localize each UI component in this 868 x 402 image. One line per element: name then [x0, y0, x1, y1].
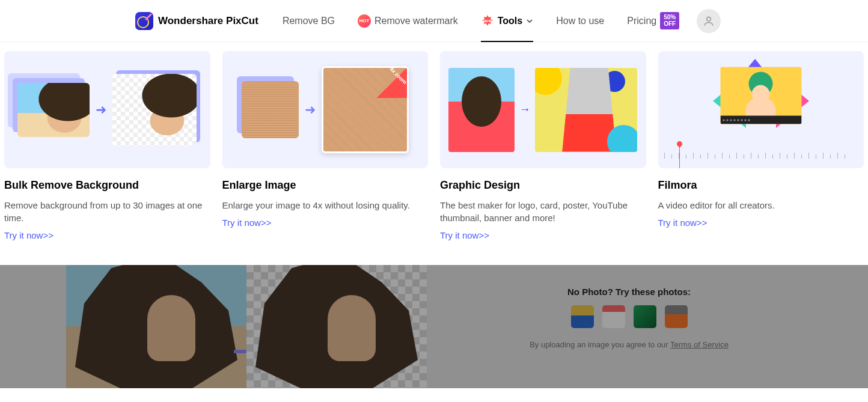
- arrow-right-icon: →: [519, 103, 530, 116]
- nav-label: Tools: [498, 16, 522, 26]
- tool-cta-link[interactable]: Try it now>>: [4, 230, 53, 240]
- discount-badge: 50%OFF: [660, 12, 679, 29]
- arrow-right-icon: ➜: [305, 102, 316, 118]
- tool-card-bulk-remove-bg[interactable]: ➜ Bulk Remove Background Remove backgrou…: [4, 51, 210, 241]
- timeline-icon: [658, 144, 864, 168]
- user-icon: [703, 15, 715, 27]
- terms-text: By uploading an image you agree to our: [530, 340, 670, 349]
- tool-description: A video editor for all creators.: [658, 199, 864, 212]
- tool-card-graphic-design[interactable]: → Graphic Design The best maker for logo…: [440, 51, 646, 241]
- nav-label: How to use: [556, 16, 604, 26]
- nav-tools[interactable]: NEW Tools: [481, 0, 533, 42]
- tool-thumbnail: ➜: [4, 51, 210, 168]
- sample-photo-1[interactable]: [571, 305, 594, 328]
- arrow-right-icon: ➜: [96, 102, 106, 118]
- svg-point-3: [707, 17, 711, 21]
- sample-photo-4[interactable]: [665, 305, 688, 328]
- background-hero-section: No Photo? Try these photos: By uploading…: [0, 265, 868, 388]
- nav-remove-watermark[interactable]: HOT Remove watermark: [358, 0, 458, 42]
- hero-preview: [66, 265, 427, 388]
- tool-description: The best maker for logo, card, poster, Y…: [440, 199, 646, 224]
- brand-text: Wondershare PixCut: [158, 15, 258, 27]
- tool-title: Graphic Design: [440, 179, 646, 192]
- chevron-down-icon: [526, 17, 533, 25]
- logo-icon: [135, 12, 153, 30]
- sample-photo-2[interactable]: [602, 305, 625, 328]
- nav-pricing[interactable]: Pricing 50%OFF: [627, 0, 679, 42]
- tool-card-enlarge-image[interactable]: ➜ 4x zoom Enlarge Image Enlarge your ima…: [222, 51, 429, 241]
- tools-dropdown-panel: ➜ Bulk Remove Background Remove backgrou…: [0, 42, 868, 265]
- nav-label: Remove BG: [283, 16, 335, 26]
- terms-link[interactable]: Terms of Service: [670, 340, 729, 349]
- tool-thumbnail: ➜ 4x zoom: [222, 51, 429, 168]
- nav-menu: Remove BG HOT Remove watermark NEW Tools…: [283, 0, 679, 42]
- nav-label: Pricing: [627, 16, 656, 26]
- tool-cta-link[interactable]: Try it now>>: [658, 218, 708, 228]
- tool-cta-link[interactable]: Try it now>>: [440, 230, 489, 240]
- top-nav: Wondershare PixCut Remove BG HOT Remove …: [0, 0, 868, 42]
- sample-thumbnails: [473, 305, 785, 328]
- tool-title: Enlarge Image: [222, 179, 429, 192]
- account-avatar-button[interactable]: [697, 9, 721, 33]
- terms-notice: By uploading an image you agree to our T…: [473, 340, 785, 349]
- sample-photo-3[interactable]: [634, 305, 656, 328]
- hot-badge-icon: HOT: [358, 14, 371, 28]
- sample-photos-panel: No Photo? Try these photos: By uploading…: [462, 265, 796, 388]
- nav-remove-bg[interactable]: Remove BG: [283, 0, 335, 42]
- tool-cta-link[interactable]: Try it now>>: [222, 218, 272, 228]
- tool-description: Enlarge your image to 4x without losing …: [222, 199, 429, 212]
- zoom-tag: 4x zoom: [388, 66, 408, 85]
- brand-logo[interactable]: Wondershare PixCut: [135, 12, 258, 30]
- nav-label: Remove watermark: [374, 16, 458, 26]
- svg-text:NEW: NEW: [483, 19, 492, 23]
- nav-how-to-use[interactable]: How to use: [556, 0, 604, 42]
- tool-card-filmora[interactable]: Filmora A video editor for all creators.…: [658, 51, 864, 241]
- tool-thumbnail: →: [440, 51, 646, 168]
- playhead-icon: [679, 144, 680, 168]
- tool-title: Filmora: [658, 179, 864, 192]
- tool-thumbnail: [658, 51, 864, 168]
- tool-description: Remove background from up to 30 images a…: [4, 199, 210, 224]
- new-badge-icon: NEW: [481, 14, 494, 28]
- no-photo-title: No Photo? Try these photos:: [473, 287, 785, 297]
- tool-title: Bulk Remove Background: [4, 179, 210, 192]
